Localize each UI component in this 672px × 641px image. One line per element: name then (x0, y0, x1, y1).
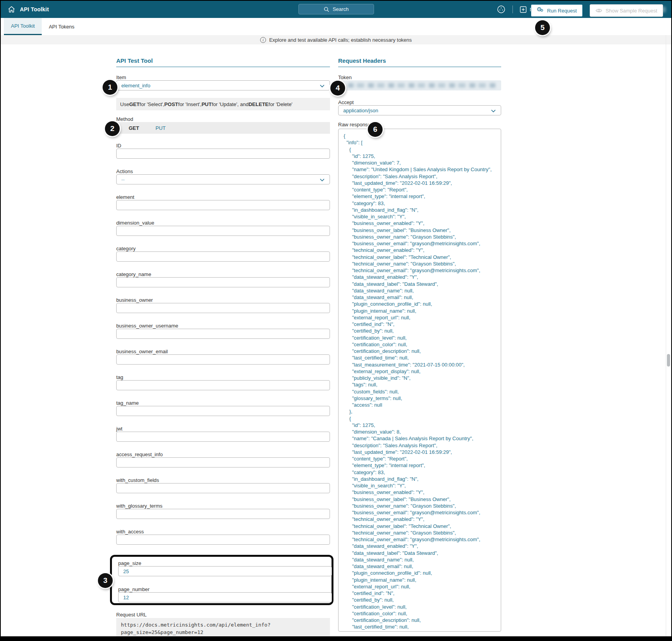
field-label: with_glossary_terms (116, 503, 330, 509)
panel-title: API Test Tool (116, 58, 330, 67)
callout-badge-4: 4 (330, 81, 345, 96)
accept-select[interactable]: application/json (338, 105, 501, 115)
raw-response-label: Raw response (338, 122, 501, 127)
callout-badge-5: 5 (535, 20, 550, 35)
scrollbar-track (666, 35, 666, 637)
input-value: 12 (119, 595, 129, 600)
api-test-tool-panel: API Test Tool Item element_info Use GET … (116, 58, 330, 639)
show-sample-label: Show Sample Request (606, 8, 657, 14)
jwt-input[interactable] (116, 432, 330, 442)
category_name-input[interactable] (116, 277, 330, 287)
field-label: page_number (118, 587, 332, 592)
info-icon: i (260, 37, 266, 43)
search-placeholder: Search (333, 6, 349, 12)
raw-response-json: { "info": [ { "id": 1275, "dimension_val… (339, 129, 501, 632)
field-label: dimension_value (116, 220, 330, 226)
show-sample-request-button[interactable]: Show Sample Request (590, 4, 663, 17)
with_glossary_terms-input[interactable] (116, 509, 330, 519)
method-put[interactable]: PUT (156, 125, 166, 131)
eye-icon (596, 8, 602, 13)
category-input[interactable] (116, 251, 330, 262)
field-label: jwt (116, 426, 330, 432)
field-label: access_request_info (116, 452, 330, 457)
field-label: category_name (116, 272, 330, 277)
search-icon (324, 7, 329, 12)
toolbar-actions: ⚙⚙ Run Request Show Sample Request (531, 4, 663, 17)
search-input[interactable]: Search (298, 4, 374, 14)
field-label: business_owner_username (116, 323, 330, 329)
token-input[interactable]: K (338, 80, 501, 90)
field-label: Actions (116, 169, 330, 174)
field-label: with_custom_fields (116, 478, 330, 483)
page_size-input[interactable]: 25 (118, 566, 332, 576)
dimension_value-input[interactable] (116, 226, 330, 236)
business_owner_email-input[interactable] (116, 354, 330, 365)
info-banner-text: Explore and test available API calls; es… (269, 37, 412, 43)
id-input[interactable] (116, 149, 330, 159)
with_access-input[interactable] (116, 535, 330, 545)
run-request-label: Run Request (547, 8, 577, 14)
with_custom_fields-input[interactable] (116, 483, 330, 493)
accept-select-value: application/json (339, 108, 378, 113)
chevron-down-icon (320, 179, 324, 181)
token-redacted-value (348, 83, 496, 88)
request-headers-panel: Request Headers Token K Accept applicati… (338, 58, 501, 632)
item-select-value: element_info (117, 83, 150, 89)
info-banner: i Explore and test available API calls; … (1, 35, 671, 44)
accept-label: Accept (338, 100, 501, 105)
method-get[interactable]: GET (129, 125, 139, 131)
tag_name-input[interactable] (116, 406, 330, 416)
business_owner_username-input[interactable] (116, 329, 330, 339)
tab-label: API Tokens (49, 24, 74, 30)
callout-badge-2: 2 (105, 121, 120, 136)
tab-label: API Toolkit (11, 23, 35, 29)
element-input[interactable] (116, 200, 330, 210)
field-label: with_access (116, 529, 330, 535)
method-label: Method (116, 117, 330, 122)
callout-badge-3: 3 (98, 573, 113, 588)
tab-api-toolkit[interactable]: API Toolkit (4, 18, 42, 35)
request-url-box: https://docs.metricinsights.com/api/elem… (116, 618, 330, 639)
item-label: Item (116, 75, 330, 80)
gears-icon: ⚙⚙ (537, 7, 544, 14)
bottom-border-band (1, 636, 671, 640)
page: API Toolkit Search New... (0, 0, 672, 641)
tab-bar: API Toolkit API Tokens (1, 18, 671, 35)
page_number-input[interactable]: 12 (118, 592, 332, 602)
method-tabs: GETPUT (116, 122, 330, 134)
chevron-down-icon (491, 110, 496, 112)
parameter-fields: IDActions--elementdimension_valuecategor… (116, 143, 330, 545)
field-label: business_owner (116, 297, 330, 303)
input-value: 25 (119, 568, 129, 574)
panel-title: Request Headers (338, 58, 501, 67)
run-request-button[interactable]: ⚙⚙ Run Request (531, 4, 583, 17)
plus-square-icon (520, 6, 527, 13)
callout-badge-1: 1 (103, 80, 117, 95)
actions-select[interactable]: -- (116, 174, 330, 184)
chevron-down-icon (320, 85, 324, 87)
request-url-label: Request URL (116, 612, 330, 618)
scrollbar-thumb[interactable] (667, 354, 670, 367)
app-title: API Toolkit (20, 6, 49, 12)
raw-response-box[interactable]: { "info": [ { "id": 1275, "dimension_val… (338, 129, 501, 632)
pagination-callout-box: page_size25page_number12 (110, 555, 333, 605)
select-value: -- (117, 177, 125, 182)
header-divider (512, 5, 513, 13)
field-label: tag_name (116, 400, 330, 406)
field-label: business_owner_email (116, 349, 330, 354)
method-hint: Use GET for 'Select', POST for 'Insert',… (116, 98, 330, 110)
callout-badge-6: 6 (368, 122, 383, 137)
business_owner-input[interactable] (116, 303, 330, 313)
item-select[interactable]: element_info (116, 80, 330, 90)
field-label: element (116, 195, 330, 200)
field-label: category (116, 246, 330, 251)
discover-icon[interactable] (497, 5, 505, 14)
field-label: tag (116, 375, 330, 380)
tag-input[interactable] (116, 380, 330, 390)
token-label: Token (338, 75, 501, 80)
field-label: page_size (118, 561, 332, 566)
access_request_info-input[interactable] (116, 457, 330, 467)
tab-api-tokens[interactable]: API Tokens (42, 18, 82, 35)
home-icon[interactable] (8, 6, 15, 13)
field-label: ID (116, 143, 330, 149)
